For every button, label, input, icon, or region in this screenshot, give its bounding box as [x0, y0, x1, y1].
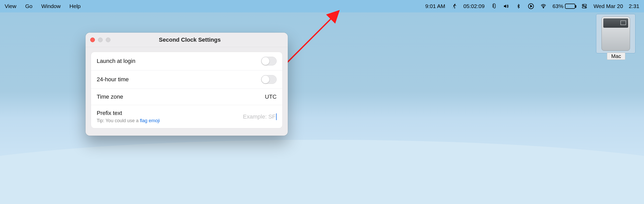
menubar-left: View Go Window Help: [5, 3, 81, 9]
svg-point-6: [585, 7, 586, 8]
second-clock-display[interactable]: 9:01 AM: [425, 3, 445, 9]
menubar-time[interactable]: 2:31: [629, 3, 639, 9]
row-24-hour: 24-hour time: [91, 70, 282, 89]
menubar: View Go Window Help 9:01 AM 05:02:09 63%: [0, 0, 644, 12]
settings-group: Launch at login 24-hour time Time zone U…: [91, 52, 283, 128]
runner-icon[interactable]: [451, 3, 458, 10]
twenty-four-hour-toggle[interactable]: [261, 75, 277, 84]
menubar-right: 9:01 AM 05:02:09 63% Wed Mar 20 2:31: [425, 3, 639, 10]
launch-at-login-label: Launch at login: [97, 58, 135, 64]
desktop-horizon: [0, 140, 644, 204]
time-zone-label: Time zone: [97, 93, 123, 100]
menu-go[interactable]: Go: [25, 3, 32, 9]
menubar-date[interactable]: Wed Mar 20: [593, 3, 623, 9]
twenty-four-hour-label: 24-hour time: [97, 76, 129, 83]
svg-point-4: [583, 5, 584, 6]
timer-display[interactable]: 05:02:09: [463, 3, 485, 9]
prefix-text-input[interactable]: [217, 113, 277, 120]
battery-percent: 63%: [552, 3, 563, 9]
flag-emoji-link[interactable]: flag emoji: [140, 118, 160, 123]
paperclip-icon[interactable]: [490, 3, 497, 10]
bluetooth-icon[interactable]: [515, 3, 522, 10]
prefix-text-tip: Tip: You could use a flag emoji: [97, 118, 160, 123]
prefix-text-label: Prefix text: [97, 110, 160, 116]
time-zone-value: UTC: [265, 93, 277, 100]
close-button[interactable]: [90, 38, 95, 42]
volume-icon[interactable]: [503, 3, 509, 10]
desktop-disk-icon[interactable]: Mac: [596, 14, 636, 59]
window-title: Second Clock Settings: [96, 37, 283, 43]
row-time-zone[interactable]: Time zone UTC: [91, 89, 282, 105]
control-center-icon[interactable]: [581, 3, 588, 10]
wifi-icon[interactable]: [540, 3, 547, 10]
row-launch-at-login: Launch at login: [91, 52, 282, 70]
titlebar[interactable]: Second Clock Settings: [86, 33, 288, 47]
settings-window: Second Clock Settings Launch at login 24…: [86, 33, 288, 136]
launch-at-login-toggle[interactable]: [261, 57, 277, 65]
window-content: Launch at login 24-hour time Time zone U…: [86, 47, 288, 136]
menu-help[interactable]: Help: [69, 3, 81, 9]
menu-view[interactable]: View: [5, 3, 16, 9]
svg-point-2: [543, 8, 544, 8]
disk-label: Mac: [607, 53, 626, 60]
disk-image: [596, 14, 635, 53]
row-prefix-text: Prefix text Tip: You could use a flag em…: [91, 105, 282, 128]
menu-window[interactable]: Window: [41, 3, 61, 9]
play-circle-icon[interactable]: [528, 3, 534, 10]
battery-icon: [565, 4, 575, 9]
battery-status[interactable]: 63%: [552, 3, 575, 9]
